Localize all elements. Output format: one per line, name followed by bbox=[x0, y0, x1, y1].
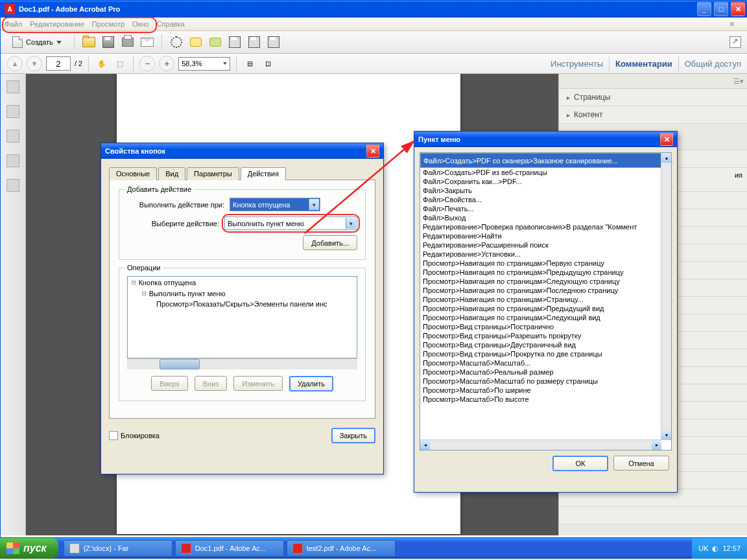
comments-link[interactable]: Комментарии bbox=[615, 59, 672, 69]
tab-general[interactable]: Основные bbox=[109, 167, 157, 180]
delete-button[interactable]: Удалить bbox=[289, 376, 333, 391]
thumbnails-icon[interactable] bbox=[6, 80, 19, 93]
menu-icon[interactable]: ☰▾ bbox=[733, 77, 744, 86]
lock-checkbox[interactable] bbox=[109, 431, 118, 440]
down-button[interactable]: Вниз bbox=[195, 376, 228, 391]
menu-help[interactable]: Справка bbox=[157, 20, 185, 28]
list-item[interactable]: Файл>Создать>PDF из веб-страницы bbox=[420, 168, 661, 177]
page-up-button[interactable]: ▲ bbox=[7, 56, 23, 71]
edit-button[interactable]: Изменить bbox=[233, 376, 283, 391]
close-button-dlg[interactable]: Закрыть bbox=[331, 428, 375, 443]
tab-actions[interactable]: Действия bbox=[241, 167, 286, 180]
panel-content[interactable]: Контент bbox=[559, 106, 747, 124]
list-item[interactable]: Файл>Печать... bbox=[420, 204, 661, 213]
acrobat-icon bbox=[181, 543, 191, 554]
settings-button[interactable] bbox=[169, 35, 184, 49]
list-item[interactable]: Редактирование>Проверка правописания>В р… bbox=[420, 222, 661, 231]
zoom-select[interactable]: 58,3% bbox=[178, 57, 230, 71]
list-item[interactable]: Файл>Выход bbox=[420, 213, 661, 222]
save-button[interactable] bbox=[101, 35, 115, 49]
attachments-icon[interactable] bbox=[6, 130, 19, 143]
select-tool[interactable]: ⬚ bbox=[113, 56, 127, 71]
system-tray[interactable]: UK ◐ 12:57 bbox=[692, 538, 747, 559]
dialog-titlebar[interactable]: Пункт меню ✕ bbox=[414, 132, 677, 147]
ok-button[interactable]: ОК bbox=[552, 456, 608, 471]
taskbar-item[interactable]: {Z:\docx} - Far bbox=[64, 540, 172, 557]
zoom-out-button[interactable]: − bbox=[139, 56, 155, 71]
page-down-button[interactable]: ▼ bbox=[27, 56, 42, 71]
taskbar-item[interactable]: test2.pdf - Adobe Ac... bbox=[287, 540, 396, 557]
tool-button-1[interactable] bbox=[208, 35, 222, 49]
list-item[interactable]: Просмотр>Навигация по страницам>Первую с… bbox=[420, 259, 661, 268]
list-item[interactable]: Просмотр>Навигация по страницам>Следующу… bbox=[420, 277, 661, 286]
tab-options[interactable]: Параметры bbox=[187, 167, 239, 180]
dialog-close-button[interactable]: ✕ bbox=[366, 145, 379, 158]
list-item[interactable]: Файл>Создать>PDF со сканера>Заказное ска… bbox=[420, 153, 661, 168]
maximize-button[interactable]: □ bbox=[714, 2, 728, 16]
tray-icon[interactable]: ◐ bbox=[712, 544, 718, 553]
add-button[interactable]: Добавить... bbox=[303, 235, 357, 250]
signatures-icon[interactable] bbox=[6, 179, 19, 192]
titlebar[interactable]: A Doc1.pdf - Adobe Acrobat Pro _ □ ✕ bbox=[1, 1, 747, 18]
list-item[interactable]: Просмотр>Масштаб>По ширине bbox=[420, 386, 661, 395]
action-select[interactable]: Выполнить пункт меню bbox=[224, 216, 357, 230]
tool-button-3[interactable] bbox=[247, 35, 261, 49]
list-item[interactable]: Просмотр>Масштаб>Масштаб по размеру стра… bbox=[420, 377, 661, 386]
h-scrollbar[interactable] bbox=[127, 358, 357, 369]
tool-icon-2[interactable]: ⊡ bbox=[261, 56, 275, 71]
list-item[interactable]: Просмотр>Вид страницы>Прокрутка по две с… bbox=[420, 349, 661, 358]
mail-button[interactable] bbox=[140, 35, 154, 49]
list-item[interactable]: Редактирование>Расширенный поиск bbox=[420, 240, 661, 250]
print-button[interactable] bbox=[121, 35, 135, 49]
menu-listbox[interactable]: Файл>Создать>PDF со сканера>Заказное ска… bbox=[420, 152, 672, 450]
trigger-select[interactable]: Кнопка отпущена bbox=[230, 198, 320, 211]
taskbar-item[interactable]: Doc1.pdf - Adobe Ac... bbox=[175, 540, 284, 557]
start-button[interactable]: пуск bbox=[0, 538, 58, 559]
operations-list[interactable]: ⊟Кнопка отпущена ⊟Выполнить пункт меню П… bbox=[127, 276, 357, 358]
doc-close-icon[interactable]: ✕ bbox=[729, 20, 735, 29]
chevron-down-icon bbox=[309, 199, 319, 210]
cancel-button[interactable]: Отмена bbox=[613, 456, 669, 471]
h-scrollbar[interactable] bbox=[420, 439, 661, 450]
trigger-label: Выполнить действие при: bbox=[127, 201, 224, 209]
share-link[interactable]: Общий доступ bbox=[685, 59, 741, 69]
bookmarks-icon[interactable] bbox=[6, 105, 19, 118]
list-item[interactable]: Просмотр>Вид страницы>Двустраничный вид bbox=[420, 340, 661, 349]
tools-link[interactable]: Инструменты bbox=[551, 59, 603, 69]
list-item[interactable]: Редактирование>Установки... bbox=[420, 250, 661, 259]
list-item[interactable]: Просмотр>Навигация по страницам>Предыдущ… bbox=[420, 304, 661, 313]
tool-button-2[interactable] bbox=[228, 35, 242, 49]
list-item[interactable]: Просмотр>Масштаб>Масштаб... bbox=[420, 358, 661, 368]
list-item[interactable]: Редактирование>Найти bbox=[420, 231, 661, 240]
list-item[interactable]: Просмотр>Масштаб>Реальный размер bbox=[420, 368, 661, 377]
list-item[interactable]: Просмотр>Навигация по страницам>Последню… bbox=[420, 286, 661, 295]
list-item[interactable]: Просмотр>Навигация по страницам>Следующи… bbox=[420, 313, 661, 322]
tab-appearance[interactable]: Вид bbox=[158, 167, 185, 180]
up-button[interactable]: Вверх bbox=[151, 376, 188, 391]
list-item[interactable]: Файл>Свойства... bbox=[420, 195, 661, 204]
page-input[interactable] bbox=[46, 56, 71, 71]
expand-button[interactable] bbox=[729, 36, 741, 48]
dialog-titlebar[interactable]: Свойства кнопок ✕ bbox=[101, 143, 383, 159]
comment-button[interactable] bbox=[189, 35, 203, 49]
tool-icon[interactable]: ⊟ bbox=[243, 56, 257, 71]
list-item[interactable]: Просмотр>Вид страницы>Разрешить прокрутк… bbox=[420, 331, 661, 340]
list-item[interactable]: Просмотр>Навигация по страницам>Страницу… bbox=[420, 295, 661, 304]
zoom-in-button[interactable]: + bbox=[159, 56, 174, 71]
lang-indicator[interactable]: UK bbox=[698, 544, 708, 552]
hand-tool[interactable]: ✋ bbox=[95, 56, 109, 71]
list-item[interactable]: Просмотр>Вид страницы>Постранично bbox=[420, 322, 661, 331]
open-button[interactable] bbox=[82, 35, 96, 49]
minimize-button[interactable]: _ bbox=[697, 2, 711, 16]
list-item[interactable]: Просмотр>Масштаб>По высоте bbox=[420, 395, 661, 404]
close-button[interactable]: ✕ bbox=[731, 2, 745, 16]
list-item[interactable]: Просмотр>Навигация по страницам>Предыдущ… bbox=[420, 268, 661, 277]
list-item[interactable]: Файл>Сохранить как...>PDF... bbox=[420, 177, 661, 186]
v-scrollbar[interactable] bbox=[661, 153, 671, 440]
list-item[interactable]: Файл>Закрыть bbox=[420, 186, 661, 195]
create-button[interactable]: Создать bbox=[7, 34, 67, 50]
panel-pages[interactable]: Страницы bbox=[559, 89, 747, 106]
layers-icon[interactable] bbox=[6, 154, 19, 167]
dialog-close-button[interactable]: ✕ bbox=[660, 133, 673, 146]
tool-button-4[interactable] bbox=[267, 35, 281, 49]
